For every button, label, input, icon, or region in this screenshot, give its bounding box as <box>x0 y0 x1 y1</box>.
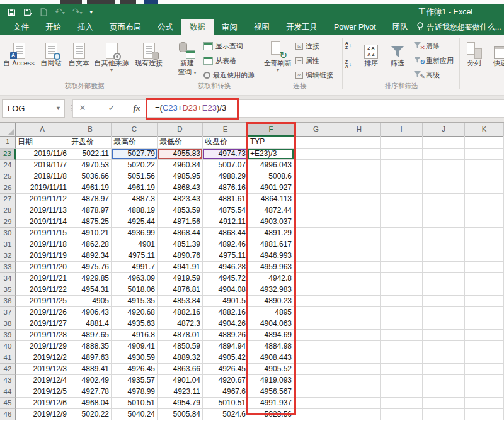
cell-J38[interactable] <box>423 318 465 330</box>
cell-D32[interactable]: 4890.76 <box>158 250 203 262</box>
cell-D39[interactable]: 4878.01 <box>158 330 203 341</box>
row-header-34[interactable]: 34 <box>0 273 16 284</box>
cell-A25[interactable]: 2019/11/8 <box>16 171 69 182</box>
row-header-42[interactable]: 42 <box>0 364 16 375</box>
cell-C24[interactable]: 5020.22 <box>112 160 158 171</box>
cell-K31[interactable] <box>465 239 504 250</box>
cell-C46[interactable]: 5040.24 <box>112 409 158 420</box>
ribbon-tab-8[interactable]: 开发工具 <box>278 19 326 35</box>
cell-B40[interactable]: 4888.35 <box>69 341 112 352</box>
cell-G41[interactable] <box>294 352 338 364</box>
cell-I35[interactable] <box>381 284 423 296</box>
row-header-44[interactable]: 44 <box>0 386 16 398</box>
cell-B23[interactable]: 5022.11 <box>69 149 112 160</box>
cell-I25[interactable] <box>381 171 423 182</box>
recent-sources-button[interactable]: 最近使用的源 <box>203 70 255 80</box>
cell-E1[interactable]: 收盘价 <box>203 136 248 149</box>
cell-E36[interactable]: 4901.5 <box>203 296 248 307</box>
cell-F24[interactable]: 4996.043 <box>248 160 294 171</box>
ribbon-tab-3[interactable]: 页面布局 <box>101 19 149 35</box>
cell-C30[interactable]: 4936.99 <box>112 228 158 239</box>
cell-D46[interactable]: 5005.84 <box>158 409 203 420</box>
cell-A44[interactable]: 2019/12/5 <box>16 386 69 398</box>
filter-button[interactable]: 筛选 <box>385 38 410 67</box>
save-as-icon[interactable] <box>23 8 33 16</box>
cell-D23[interactable]: 4955.83 <box>158 149 203 160</box>
cell-E39[interactable]: 4889.26 <box>203 330 248 341</box>
cell-H27[interactable] <box>338 194 381 205</box>
row-header-30[interactable]: 30 <box>0 228 16 239</box>
cell-C40[interactable]: 4909.41 <box>112 341 158 352</box>
cell-E44[interactable]: 4967.6 <box>203 386 248 398</box>
cell-F43[interactable]: 4919.093 <box>248 375 294 386</box>
cell-F31[interactable]: 4881.617 <box>248 239 294 250</box>
row-header-24[interactable]: 24 <box>0 160 16 171</box>
text-to-columns-button[interactable]: 分列 <box>463 38 486 67</box>
sort-descending-button[interactable]: ZA↓ <box>345 60 352 69</box>
cell-C41[interactable]: 4930.59 <box>112 352 158 364</box>
row-header-25[interactable]: 25 <box>0 171 16 182</box>
cell-F46[interactable]: 5023.56 <box>248 409 294 420</box>
cell-C45[interactable]: 5010.51 <box>112 398 158 409</box>
row-header-36[interactable]: 36 <box>0 296 16 307</box>
cell-F29[interactable]: 4903.037 <box>248 216 294 228</box>
cell-K29[interactable] <box>465 216 504 228</box>
row-header-23[interactable]: 23 <box>0 149 16 160</box>
cell-G27[interactable] <box>294 194 338 205</box>
cell-B33[interactable]: 4975.76 <box>69 262 112 273</box>
cell-D37[interactable]: 4882.16 <box>158 307 203 318</box>
reapply-filter-button[interactable]: ↻ 重新应用 <box>413 55 454 65</box>
cell-D36[interactable]: 4853.84 <box>158 296 203 307</box>
cell-A41[interactable]: 2019/12/2 <box>16 352 69 364</box>
cell-A23[interactable]: 2019/11/6 <box>16 149 69 160</box>
cell-C23[interactable]: 5027.79 <box>112 149 158 160</box>
cell-H28[interactable] <box>338 205 381 216</box>
cell-K32[interactable] <box>465 250 504 262</box>
cell-D40[interactable]: 4850.59 <box>158 341 203 352</box>
cell-G25[interactable] <box>294 171 338 182</box>
row-header-40[interactable]: 40 <box>0 341 16 352</box>
cell-B41[interactable]: 4897.63 <box>69 352 112 364</box>
cell-J29[interactable] <box>423 216 465 228</box>
cell-B34[interactable]: 4929.85 <box>69 273 112 284</box>
cell-A40[interactable]: 2019/11/29 <box>16 341 69 352</box>
cell-C36[interactable]: 4915.35 <box>112 296 158 307</box>
cell-D38[interactable]: 4872.3 <box>158 318 203 330</box>
cell-H31[interactable] <box>338 239 381 250</box>
cell-J37[interactable] <box>423 307 465 318</box>
cell-C25[interactable]: 5051.56 <box>112 171 158 182</box>
cell-H37[interactable] <box>338 307 381 318</box>
cell-E29[interactable]: 4912.11 <box>203 216 248 228</box>
cell-B38[interactable]: 4881.4 <box>69 318 112 330</box>
cell-G1[interactable] <box>294 136 338 149</box>
cell-F32[interactable]: 4946.993 <box>248 250 294 262</box>
column-header-J[interactable]: J <box>423 123 465 137</box>
cell-G26[interactable] <box>294 182 338 194</box>
cell-E43[interactable]: 4920.67 <box>203 375 248 386</box>
new-query-button[interactable]: 新建 查询 ▾ <box>173 38 202 76</box>
cell-I29[interactable] <box>381 216 423 228</box>
name-box-dropdown-icon[interactable]: ▼ <box>55 100 61 117</box>
cell-A38[interactable]: 2019/11/27 <box>16 318 69 330</box>
cell-D27[interactable]: 4823.43 <box>158 194 203 205</box>
cell-E23[interactable]: 4974.73 <box>203 149 248 160</box>
cell-E33[interactable]: 4946.28 <box>203 262 248 273</box>
cell-D33[interactable]: 4941.91 <box>158 262 203 273</box>
cell-B44[interactable]: 4927.78 <box>69 386 112 398</box>
flash-fill-button[interactable]: 快速 <box>488 38 504 67</box>
cell-C44[interactable]: 4978.99 <box>112 386 158 398</box>
cell-B32[interactable]: 4892.34 <box>69 250 112 262</box>
row-header-41[interactable]: 41 <box>0 352 16 364</box>
sort-button[interactable]: Z AA Z 排序 <box>359 38 383 67</box>
cell-H1[interactable] <box>338 136 381 149</box>
cell-A36[interactable]: 2019/11/25 <box>16 296 69 307</box>
redo-icon[interactable]: ↷▾ <box>72 7 83 18</box>
advanced-filter-button[interactable]: ✎ 高级 <box>413 70 440 80</box>
cell-D43[interactable]: 4901.04 <box>158 375 203 386</box>
cell-K26[interactable] <box>465 182 504 194</box>
cell-H44[interactable] <box>338 386 381 398</box>
cell-H25[interactable] <box>338 171 381 182</box>
cell-K25[interactable] <box>465 171 504 182</box>
cell-A32[interactable]: 2019/11/19 <box>16 250 69 262</box>
cell-J40[interactable] <box>423 341 465 352</box>
